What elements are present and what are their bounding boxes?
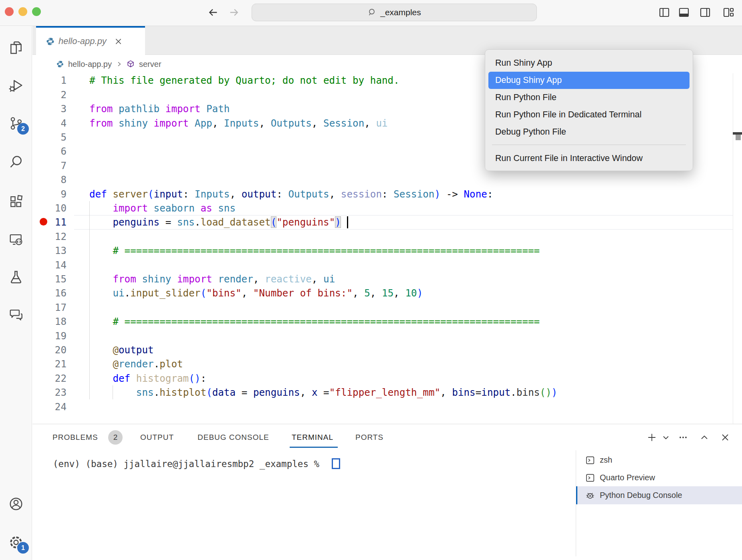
menu-item[interactable]: Run Current File in Interactive Window xyxy=(488,150,690,167)
terminal-icon xyxy=(585,473,595,483)
line-number[interactable]: 17 xyxy=(32,300,67,315)
line-number[interactable]: 12 xyxy=(32,230,67,244)
menu-item[interactable]: Debug Shiny App xyxy=(488,72,690,89)
vscode-window: _examples 2 1 hello-app.py xyxy=(0,0,742,560)
zoom-window-button[interactable] xyxy=(32,7,41,16)
line-number[interactable]: 1 xyxy=(32,73,67,88)
code-line-1[interactable]: # This file generated by Quarto; do not … xyxy=(89,73,399,88)
line-number[interactable]: 8 xyxy=(32,173,67,187)
code-line-18[interactable]: # ======================================… xyxy=(89,314,540,329)
line-number[interactable]: 21 xyxy=(32,357,67,371)
tab-close-icon[interactable] xyxy=(114,37,123,46)
panel-tab-debug-console[interactable]: DEBUG CONSOLE xyxy=(198,433,269,442)
line-number[interactable]: 20 xyxy=(32,343,67,357)
panel-tab-terminal[interactable]: TERMINAL xyxy=(292,433,333,442)
terminal-session-zsh[interactable]: zsh xyxy=(576,451,742,469)
activity-bar: 2 1 xyxy=(0,26,32,560)
code-line-20[interactable]: @output xyxy=(89,343,154,357)
menu-item[interactable]: Debug Python File xyxy=(488,123,690,141)
panel-more-actions-icon[interactable] xyxy=(677,432,689,443)
terminal-cursor xyxy=(332,458,340,469)
line-number[interactable]: 18 xyxy=(32,314,67,329)
code-line-16[interactable]: ui.input_slider("bins", "Number of bins:… xyxy=(89,286,423,300)
terminal-session-label: Quarto Preview xyxy=(600,473,655,482)
maximize-panel-icon[interactable] xyxy=(699,432,710,443)
line-number[interactable]: 9 xyxy=(32,187,67,201)
indent-guide xyxy=(89,201,90,399)
code-line-10[interactable]: import seaborn as sns xyxy=(89,201,236,216)
menu-item[interactable]: Run Python File in Dedicated Terminal xyxy=(488,106,690,123)
code-line-15[interactable]: from shiny import render, reactive, ui xyxy=(89,272,335,286)
line-number[interactable]: 19 xyxy=(32,329,67,343)
line-number[interactable]: 16 xyxy=(32,286,67,300)
line-number[interactable]: 14 xyxy=(32,258,67,272)
breadcrumb-file[interactable]: hello-app.py xyxy=(68,60,112,69)
toggle-panel-icon[interactable] xyxy=(678,6,690,18)
search-value: _examples xyxy=(380,8,421,17)
code-line-13[interactable]: # ======================================… xyxy=(89,244,540,258)
breakpoint-dot[interactable] xyxy=(40,218,47,226)
code-line-21[interactable]: @render.plot xyxy=(89,357,183,371)
remote-explorer-icon[interactable] xyxy=(8,232,24,247)
line-number[interactable]: 22 xyxy=(32,371,67,386)
terminal-session-label: zsh xyxy=(600,455,612,465)
line-number[interactable]: 11 xyxy=(32,215,67,230)
debug-icon xyxy=(585,490,595,501)
search-icon xyxy=(367,8,377,17)
menu-item[interactable]: Run Python File xyxy=(488,89,690,106)
menu-separator xyxy=(492,145,686,145)
terminal-icon xyxy=(585,455,595,465)
terminal-dropdown-icon[interactable] xyxy=(660,432,671,443)
line-number[interactable]: 3 xyxy=(32,102,67,116)
back-arrow-icon[interactable] xyxy=(208,7,219,18)
chevron-right-icon xyxy=(116,61,122,67)
line-number[interactable]: 6 xyxy=(32,144,67,159)
text-cursor xyxy=(347,216,348,228)
line-number[interactable]: 15 xyxy=(32,272,67,286)
terminal-session-python-debug-console[interactable]: Python Debug Console xyxy=(576,486,742,504)
panel-tab-ports[interactable]: PORTS xyxy=(355,433,383,442)
toggle-secondary-sidebar-icon[interactable] xyxy=(699,6,711,18)
run-dropdown-menu: Run Shiny AppDebug Shiny AppRun Python F… xyxy=(485,49,693,171)
testing-icon[interactable] xyxy=(8,269,24,284)
close-panel-icon[interactable] xyxy=(720,432,731,443)
minimize-window-button[interactable] xyxy=(18,7,27,16)
customize-layout-icon[interactable] xyxy=(722,6,734,18)
indent-guide xyxy=(113,385,113,399)
search-sidebar-icon[interactable] xyxy=(8,154,24,169)
new-terminal-icon[interactable] xyxy=(646,432,657,443)
terminal-prompt[interactable]: (env) (base) jjallaire@jjallairesmbp2 _e… xyxy=(53,457,325,471)
line-number[interactable]: 13 xyxy=(32,244,67,258)
line-number[interactable]: 23 xyxy=(32,385,67,400)
line-number[interactable]: 7 xyxy=(32,159,67,173)
source-control-badge: 2 xyxy=(17,123,29,135)
menu-item[interactable]: Run Shiny App xyxy=(488,54,690,72)
panel-tab-output[interactable]: OUTPUT xyxy=(140,433,174,442)
line-number[interactable]: 2 xyxy=(32,88,67,102)
breadcrumb-symbol[interactable]: server xyxy=(139,60,161,69)
line-number[interactable]: 4 xyxy=(32,116,67,131)
account-icon[interactable] xyxy=(8,496,24,512)
code-line-23[interactable]: sns.histplot(data = penguins, x ="flippe… xyxy=(89,385,557,400)
command-center-search[interactable]: _examples xyxy=(252,4,537,21)
run-and-debug-icon[interactable] xyxy=(8,78,24,93)
panel-tab-problems[interactable]: PROBLEMS xyxy=(52,433,98,442)
comments-icon[interactable] xyxy=(8,307,24,322)
tab-hello-app[interactable]: hello-app.py xyxy=(36,26,145,55)
line-number[interactable]: 5 xyxy=(32,130,67,145)
problems-badge: 2 xyxy=(108,430,123,445)
code-line-9[interactable]: def server(input: Inputs, output: Output… xyxy=(89,187,493,201)
code-line-4[interactable]: from shiny import App, Inputs, Outputs, … xyxy=(89,116,388,131)
forward-arrow-icon[interactable] xyxy=(228,7,240,18)
close-window-button[interactable] xyxy=(5,7,14,16)
python-file-icon xyxy=(46,37,55,46)
terminal-session-quarto-preview[interactable]: Quarto Preview xyxy=(576,469,742,487)
code-line-3[interactable]: from pathlib import Path xyxy=(89,102,230,116)
extensions-icon[interactable] xyxy=(8,194,24,209)
explorer-icon[interactable] xyxy=(8,40,24,55)
toggle-sidebar-icon[interactable] xyxy=(658,6,670,18)
code-line-11[interactable]: penguins = sns.load_dataset("penguins") xyxy=(89,215,341,230)
line-number[interactable]: 24 xyxy=(32,400,67,414)
code-line-22[interactable]: def histogram(): xyxy=(89,371,206,386)
line-number[interactable]: 10 xyxy=(32,201,67,216)
